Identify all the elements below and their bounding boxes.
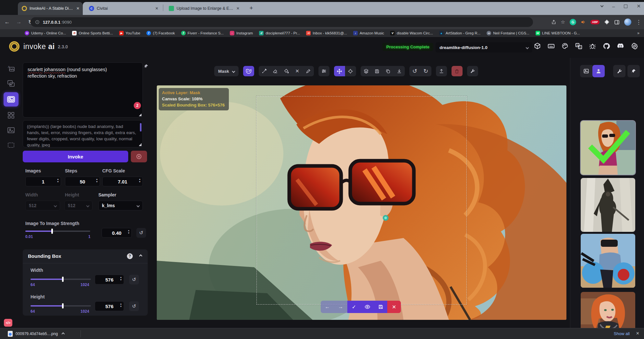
undo-button[interactable]: ↺: [409, 66, 420, 76]
bookmark-item[interactable]: ♪Amazon Music: [353, 31, 384, 35]
stepper-icons[interactable]: ▲▼: [120, 303, 122, 308]
canvas-bounding-box[interactable]: [256, 96, 467, 305]
steps-input[interactable]: 50 ▲▼: [65, 177, 100, 186]
bookmark-item[interactable]: Vdisable Wacom Circ...: [390, 31, 433, 35]
fill-mask-button[interactable]: [281, 66, 292, 76]
window-chevron-icon[interactable]: [601, 4, 604, 7]
browser-menu-icon[interactable]: ⋮: [636, 19, 641, 26]
next-image-button[interactable]: →: [334, 301, 347, 313]
cancel-button[interactable]: [131, 151, 147, 162]
stepper-icons[interactable]: ▲▼: [120, 276, 122, 281]
bookmark-item[interactable]: WLINE WEBTOON - G...: [536, 31, 580, 35]
eraser-tool-button[interactable]: [270, 66, 281, 76]
bookmark-item[interactable]: ∞Neil Fontaine | CGS...: [487, 31, 529, 35]
slider-handle[interactable]: [51, 229, 53, 234]
brush-options-button[interactable]: [318, 66, 329, 76]
layer-select[interactable]: Mask: [214, 66, 239, 76]
tab-post-processing[interactable]: [5, 124, 17, 136]
collapse-chevron-icon[interactable]: [139, 255, 142, 258]
save-to-gallery-button[interactable]: [372, 66, 383, 76]
stepper-icons[interactable]: ▲▼: [128, 229, 130, 234]
upload-image-button[interactable]: [436, 66, 447, 76]
tab-close-icon[interactable]: ✕: [76, 6, 80, 11]
tab-text-to-image[interactable]: A: [5, 62, 17, 75]
bbox-height-reset-button[interactable]: ↺: [129, 301, 139, 311]
bookmark-item[interactable]: ◦Instagram: [230, 31, 253, 35]
gallery-person-tab-button[interactable]: [592, 65, 605, 77]
tab-civitai[interactable]: C Civitai ✕: [85, 2, 162, 15]
bookmark-item[interactable]: ▲ArtStation - Greg R...: [439, 31, 480, 35]
new-tab-button[interactable]: +: [247, 5, 255, 12]
speaker-extension-icon[interactable]: [581, 19, 586, 25]
resize-grip-icon[interactable]: [139, 113, 142, 116]
settings-gear-icon[interactable]: [631, 43, 638, 50]
merge-layers-button[interactable]: [361, 66, 372, 76]
discord-icon[interactable]: [617, 42, 624, 50]
model-select[interactable]: dreamlike-diffusion-1.0: [436, 42, 532, 53]
tab-close-icon[interactable]: ✕: [155, 6, 158, 11]
tab-invokeai[interactable]: InvokeAI - A Stable Diffusion Too ✕: [18, 2, 83, 15]
adblock-extension-icon[interactable]: ABP: [590, 20, 600, 24]
bookmark-item[interactable]: fFiverr - Freelance S...: [181, 31, 224, 35]
gallery-thumbnail[interactable]: [581, 234, 635, 288]
bbox-width-input[interactable]: 576 ▲▼: [95, 275, 124, 284]
height-select[interactable]: 512: [64, 201, 93, 210]
language-translate-icon[interactable]: AZ: [575, 43, 582, 50]
sampler-select[interactable]: k_lms: [98, 201, 143, 210]
tab-image-to-image[interactable]: [5, 77, 17, 90]
negative-prompt-input[interactable]: ((implants)) (large boobs) nude bad anat…: [23, 120, 143, 147]
stepper-icons[interactable]: ▲▼: [96, 178, 98, 183]
bbox-width-slider[interactable]: [31, 279, 91, 280]
clear-mask-button[interactable]: ✕: [292, 66, 303, 76]
gallery-images-tab-button[interactable]: [580, 65, 592, 77]
strength-input[interactable]: 0.40 ▲▼: [102, 228, 132, 238]
github-icon[interactable]: [603, 43, 610, 50]
resize-grip-icon[interactable]: [139, 143, 142, 146]
gallery-thumbnail[interactable]: [581, 178, 635, 232]
bookmark-item[interactable]: ✉Inbox - klk56831@...: [306, 31, 347, 35]
cfg-input[interactable]: 7.01 ▲▼: [102, 177, 143, 186]
sidebar-icon[interactable]: [614, 19, 620, 25]
slider-handle[interactable]: [62, 277, 64, 282]
bbox-height-input[interactable]: 576 ▲▼: [95, 301, 124, 311]
bbox-height-slider[interactable]: [31, 305, 91, 307]
tab-upload-image[interactable]: Upload Image to Enlarge & Enha ✕: [165, 2, 243, 15]
bookmark-item[interactable]: ▶YouTube: [119, 31, 140, 35]
help-icon[interactable]: ?: [127, 253, 133, 259]
strength-slider[interactable]: [25, 231, 90, 232]
tab-nodes[interactable]: [5, 109, 17, 121]
images-input[interactable]: 1 ▲▼: [25, 177, 61, 186]
download-image-button[interactable]: [394, 66, 405, 76]
bookmark-item[interactable]: f(7) Facebook: [146, 31, 175, 35]
profile-avatar[interactable]: [624, 19, 631, 26]
accept-image-button[interactable]: ✓: [347, 301, 361, 313]
brush-tool-button[interactable]: [259, 66, 270, 76]
address-bar[interactable]: 127.0.0.1:9090: [31, 17, 533, 27]
download-item[interactable]: 000979.40d74eb5....png: [5, 330, 68, 338]
extensions-puzzle-icon[interactable]: [604, 19, 610, 25]
maximize-button[interactable]: [624, 5, 627, 8]
info-icon[interactable]: [35, 20, 40, 24]
back-button[interactable]: ←: [3, 19, 12, 25]
tab-unified-canvas[interactable]: [4, 92, 19, 107]
clear-canvas-trash-button[interactable]: [452, 66, 463, 76]
bookmark-item[interactable]: BOnline Sports Betti...: [72, 31, 113, 35]
model-manager-cube-icon[interactable]: [534, 43, 541, 49]
pin-options-icon[interactable]: [143, 64, 149, 69]
strength-reset-button[interactable]: ↺: [136, 228, 146, 238]
previous-image-button[interactable]: ←: [321, 301, 334, 313]
downloads-bar-close-icon[interactable]: ✕: [636, 331, 639, 336]
bookmark-item[interactable]: UUdemy - Online Co...: [25, 31, 66, 35]
theme-palette-icon[interactable]: [562, 43, 568, 49]
save-staging-button[interactable]: [374, 301, 387, 313]
gallery-settings-button[interactable]: [613, 65, 625, 77]
canvas-settings-wrench-button[interactable]: [467, 66, 478, 76]
forward-button[interactable]: →: [14, 19, 23, 25]
bookmark-item[interactable]: ddiscipleneil777 - Pr...: [259, 31, 300, 35]
toggle-mask-button[interactable]: [243, 66, 254, 76]
invoke-button[interactable]: Invoke: [23, 151, 128, 162]
bookmark-star-icon[interactable]: ☆: [561, 19, 565, 25]
tab-training[interactable]: [5, 139, 17, 151]
redo-button[interactable]: ↻: [420, 66, 431, 76]
width-select[interactable]: 512: [25, 201, 60, 210]
